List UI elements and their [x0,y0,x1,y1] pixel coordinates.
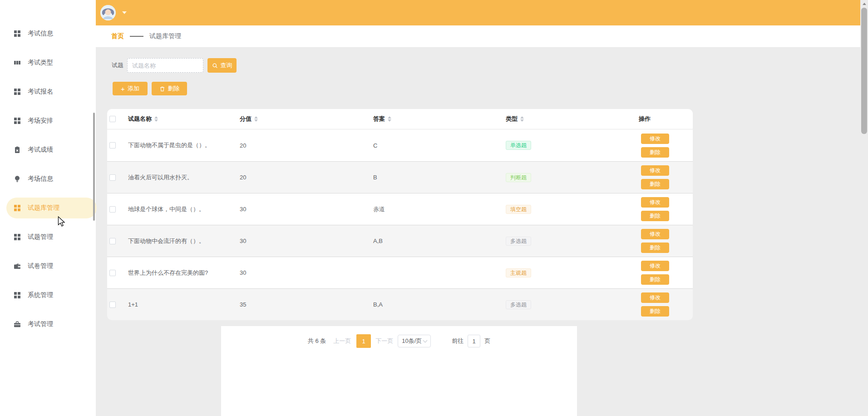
search-input[interactable] [127,58,203,73]
question-name-cell: 世界上为什么不存在完美的圆? [128,269,240,277]
row-select-cell [107,270,128,276]
sidebar-menu: 考试信息考试类型考试报名考场安排考试成绩考场信息试题库管理试题管理试卷管理系统管… [0,0,96,339]
query-button-label: 查询 [221,61,232,69]
row-checkbox[interactable] [109,302,116,308]
column-header-答案[interactable]: 答案 [373,115,506,123]
delete-button[interactable]: 删除 [152,82,187,95]
sort-icons [254,116,258,122]
type-badge: 填空题 [506,205,531,214]
toolbar: + 添加 删除 [113,82,187,95]
breadcrumb-home[interactable]: 首页 [111,32,124,40]
query-button[interactable]: 查询 [207,58,237,73]
prev-page-button[interactable]: 上一页 [333,337,351,345]
sidebar-scrollbar-thumb[interactable] [93,113,95,221]
sort-desc-icon[interactable] [388,119,391,122]
type-badge: 多选题 [506,300,531,309]
page-size-select[interactable]: 10条/页 [398,335,431,347]
sidebar-item-exam-score[interactable]: 考试成绩 [0,135,96,164]
column-header-类型[interactable]: 类型 [506,115,639,123]
row-delete-button[interactable]: 删除 [641,147,669,158]
row-delete-button[interactable]: 删除 [641,306,669,317]
vertical-scrollbar[interactable] [860,0,868,416]
edit-button[interactable]: 修改 [641,292,669,303]
edit-button[interactable]: 修改 [641,134,669,144]
grid-icon [14,117,21,124]
answer-cell: C [373,142,506,149]
sidebar-item-question-manage[interactable]: 试题管理 [0,223,96,252]
edit-button[interactable]: 修改 [641,165,669,176]
sort-icons [388,116,391,122]
edit-button[interactable]: 修改 [641,229,669,239]
question-table: 试题名称分值答案类型操作 下面动物不属于昆虫的是（）。20C单选题修改删除油着火… [107,109,693,320]
scroll-up-icon[interactable] [863,3,866,5]
edit-button[interactable]: 修改 [641,261,669,271]
goto-page-input[interactable] [468,335,480,347]
chevron-down-icon[interactable] [122,11,127,14]
sidebar-item-label: 试题库管理 [28,204,59,212]
score-cell: 35 [240,301,373,308]
row-select-cell [107,238,128,244]
sort-asc-icon[interactable] [154,116,158,119]
table-row: 油着火后可以用水扑灭。20B判断题修改删除 [107,161,693,193]
sidebar-item-paper-manage[interactable]: 试卷管理 [0,252,96,281]
sidebar-item-label: 试题管理 [28,233,53,241]
sidebar-item-exam-signup[interactable]: 考试报名 [0,77,96,106]
sort-asc-icon[interactable] [254,116,258,119]
row-checkbox[interactable] [109,142,116,149]
table-row: 下面动物不属于昆虫的是（）。20C单选题修改删除 [107,129,693,161]
row-delete-button[interactable]: 删除 [641,274,669,285]
row-checkbox[interactable] [109,238,116,244]
type-badge: 主观题 [506,268,531,277]
plus-icon: + [121,85,125,92]
column-header-label: 类型 [506,115,518,123]
sidebar-item-exam-type[interactable]: 考试类型 [0,48,96,77]
table-row: 1+135B,A多选题修改删除 [107,288,693,320]
row-delete-button[interactable]: 删除 [641,243,669,253]
user-avatar[interactable] [100,5,116,20]
type-cell: 主观题 [506,268,639,277]
row-checkbox[interactable] [109,270,116,276]
next-page-button[interactable]: 下一页 [375,337,393,345]
actions-cell: 修改删除 [639,197,693,221]
type-badge: 单选题 [506,141,531,150]
table-header-row: 试题名称分值答案类型操作 [107,109,693,129]
question-name-cell: 地球是个球体，中间是（）。 [128,205,240,213]
sidebar-item-room-schedule[interactable]: 考场安排 [0,106,96,135]
sort-asc-icon[interactable] [520,116,524,119]
sidebar-item-question-bank[interactable]: 试题库管理 [0,193,96,223]
sidebar-item-system-manage[interactable]: 系统管理 [0,281,96,310]
column-header-label: 答案 [373,115,385,123]
row-delete-button[interactable]: 删除 [641,179,669,189]
sidebar-item-exam-manage[interactable]: 考试管理 [0,310,96,339]
sidebar-item-room-info[interactable]: 考场信息 [0,164,96,193]
sort-desc-icon[interactable] [154,119,158,122]
sidebar-item-label: 考试信息 [28,30,53,38]
wallet-icon [14,262,21,270]
avatar-image [100,5,116,20]
column-header-分值[interactable]: 分值 [240,115,373,123]
bulb-icon [14,175,21,183]
score-cell: 30 [240,269,373,276]
grid-icon [14,292,21,299]
column-header-checkbox[interactable] [107,116,128,122]
sort-desc-icon[interactable] [254,119,258,122]
row-checkbox[interactable] [109,206,116,213]
row-delete-button[interactable]: 删除 [641,211,669,221]
current-page-button[interactable]: 1 [356,334,371,348]
sidebar-item-label: 考试管理 [28,320,53,328]
sort-desc-icon[interactable] [520,119,524,122]
edit-button[interactable]: 修改 [641,197,669,208]
sidebar: 考试信息考试类型考试报名考场安排考试成绩考场信息试题库管理试题管理试卷管理系统管… [0,0,96,416]
actions-cell: 修改删除 [639,292,693,317]
row-checkbox[interactable] [109,174,116,181]
row-select-cell [107,174,128,181]
select-all-checkbox[interactable] [109,116,116,122]
th-icon [14,59,21,66]
column-header-试题名称[interactable]: 试题名称 [128,115,240,123]
scrollbar-thumb[interactable] [861,8,867,134]
column-header-操作: 操作 [639,115,693,123]
grid-icon [14,30,21,37]
sort-asc-icon[interactable] [388,116,391,119]
add-button[interactable]: + 添加 [113,82,148,95]
sidebar-item-exam-info[interactable]: 考试信息 [0,19,96,48]
